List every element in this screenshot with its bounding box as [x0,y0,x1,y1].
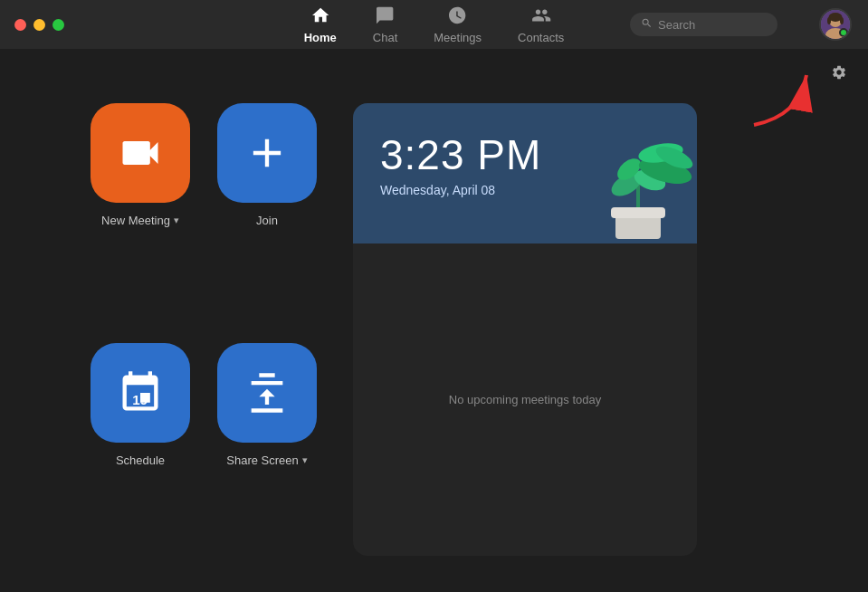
svg-rect-9 [611,207,665,218]
join-label: Join [256,214,278,227]
settings-button[interactable] [826,60,852,85]
schedule-button[interactable]: 19 [91,343,190,443]
tab-chat[interactable]: Chat [355,0,415,50]
search-area[interactable] [630,13,777,36]
svg-point-5 [840,17,844,24]
right-panel: 3:23 PM Wednesday, April 08 No up [353,103,697,556]
nav-tabs: Home Chat Meetings Cont [286,0,583,50]
schedule-item[interactable]: 19 Schedule [91,343,190,556]
avatar[interactable] [819,8,852,41]
clock-card: 3:23 PM Wednesday, April 08 [353,103,697,243]
new-meeting-button[interactable] [91,103,190,203]
join-item[interactable]: Join [217,103,317,316]
home-icon [310,5,330,28]
tab-home-label: Home [304,31,337,44]
online-status-dot [839,28,848,37]
tab-contacts[interactable]: Contacts [500,0,582,50]
svg-text:19: 19 [132,392,148,407]
schedule-label: Schedule [116,454,165,467]
share-screen-chevron: ▾ [302,454,308,466]
share-screen-button[interactable] [217,343,317,443]
meetings-panel: No upcoming meetings today [353,243,697,556]
titlebar: Home Chat Meetings Cont [0,0,868,49]
tab-chat-label: Chat [373,31,397,44]
new-meeting-chevron: ▾ [174,215,179,226]
avatar-image [819,8,852,41]
window-controls [0,19,64,31]
action-grid: New Meeting ▾ Join 19 [91,103,317,556]
svg-point-4 [827,17,831,24]
share-screen-label: Share Screen ▾ [226,454,308,467]
tab-meetings-label: Meetings [434,31,482,44]
new-meeting-item[interactable]: New Meeting ▾ [91,103,190,316]
tab-home[interactable]: Home [286,0,355,50]
chat-icon [376,5,396,28]
maximize-dot[interactable] [52,19,64,31]
join-button[interactable] [217,103,317,203]
contacts-icon [531,5,551,28]
share-screen-item[interactable]: Share Screen ▾ [217,343,317,556]
main-content: New Meeting ▾ Join 19 [0,49,868,592]
search-input[interactable] [658,18,767,32]
new-meeting-label: New Meeting ▾ [101,214,179,227]
plant-decoration [579,117,697,243]
close-dot[interactable] [14,19,26,31]
tab-contacts-label: Contacts [518,31,564,44]
search-icon [641,17,653,32]
tab-meetings[interactable]: Meetings [415,0,500,50]
meetings-icon [448,5,468,28]
minimize-dot[interactable] [33,19,45,31]
no-meetings-text: No upcoming meetings today [449,393,601,406]
